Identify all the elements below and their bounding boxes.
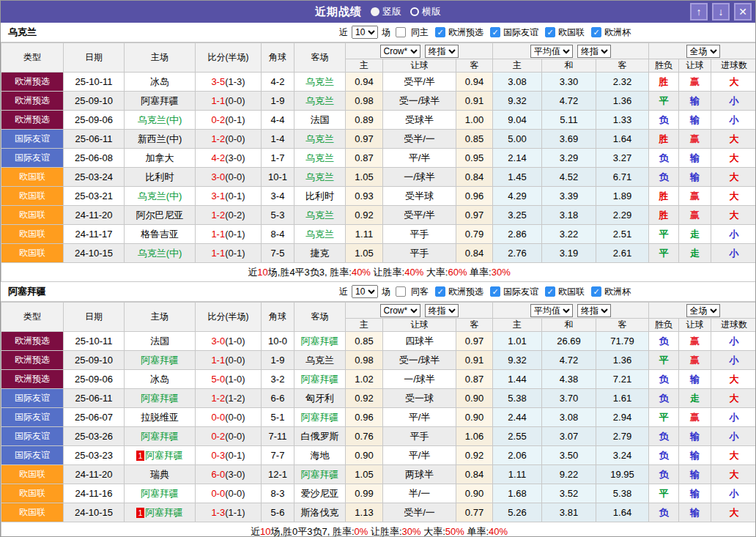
halftime-score: (0-1) (225, 229, 245, 240)
avg-draw-odds: 4.72 (542, 351, 596, 370)
competition-checkbox-euro-cup[interactable]: ✓ (591, 27, 601, 37)
away-odds: 0.97 (456, 332, 493, 351)
radio-unselected-icon[interactable] (410, 7, 419, 16)
home-team-name: 阿塞拜疆 (145, 450, 183, 461)
goals-result: 大 (711, 465, 756, 484)
handicap-line: 平手 (383, 244, 456, 263)
match-row: 欧洲预选25-09-06乌克兰(中)0-2(0-1)4-4法国0.89受球半1.… (1, 111, 756, 130)
avg-draw-odds: 4.38 (542, 370, 596, 389)
away-team-name: 匈牙利 (305, 393, 334, 404)
competition-label[interactable]: 欧洲杯 (604, 26, 631, 39)
handicap-line: 受平/半 (383, 73, 456, 92)
competition-checkbox-euro-qualifiers[interactable]: ✓ (435, 286, 445, 297)
competition-label[interactable]: 欧国联 (558, 286, 585, 298)
average-select[interactable]: 平均值 (530, 45, 573, 58)
competition-checkbox-friendly[interactable]: ✓ (490, 27, 500, 37)
away-odds: 0.87 (456, 370, 493, 389)
competition-checkbox-euro-qualifiers[interactable]: ✓ (435, 27, 445, 37)
avg-draw-odds: 3.30 (542, 73, 596, 92)
halftime-score: (0-1) (225, 190, 245, 201)
competition-type: 欧洲预选 (1, 351, 64, 370)
score: 5-0(1-0) (196, 370, 262, 389)
away-team-name: 乌克兰 (305, 133, 334, 144)
same-venue-label[interactable]: 同主 (411, 26, 429, 39)
scope-select[interactable]: 全场 (686, 45, 720, 58)
summary-text: 近10场,胜0平3负7, 胜率:0% 让胜率:30% 大率:50% 单率:40% (1, 522, 756, 537)
halftime-score: (0-1) (225, 114, 245, 125)
final-odds-select-2[interactable]: 终指 (577, 45, 611, 58)
away-odds: 0.84 (456, 465, 493, 484)
match-count-select[interactable]: 10 (352, 26, 378, 39)
competition-checkbox-nations-league[interactable]: ✓ (545, 27, 555, 37)
summary-segment: 大率: (423, 267, 448, 278)
handicap-line: 四球半 (383, 332, 456, 351)
competition-label[interactable]: 国际友谊 (503, 286, 538, 298)
competition-type: 国际友谊 (1, 389, 64, 408)
home-team: 阿塞拜疆 (125, 351, 196, 370)
goals-result: 小 (711, 244, 756, 263)
move-up-button[interactable]: ↑ (690, 3, 708, 21)
competition-label[interactable]: 欧洲杯 (604, 286, 631, 298)
move-down-button[interactable]: ↓ (712, 3, 730, 21)
summary-segment: 让胜率: (368, 526, 401, 537)
final-odds-select[interactable]: 终指 (425, 304, 459, 317)
page-title: 近期战绩 (315, 5, 362, 19)
goals-result: 大 (711, 130, 756, 149)
same-venue-checkbox[interactable] (396, 27, 406, 37)
home-odds: 0.98 (346, 351, 383, 370)
odds-source-select[interactable]: Crow* (380, 304, 420, 317)
competition-label[interactable]: 欧国联 (558, 26, 585, 39)
horizontal-view-label[interactable]: 横版 (422, 5, 441, 18)
radio-selected-icon[interactable] (371, 7, 379, 16)
away-odds: 0.91 (456, 92, 493, 111)
goals-result: 大 (711, 187, 756, 206)
corners: 5-6 (262, 503, 294, 522)
halftime-score: (1-2) (225, 393, 245, 404)
avg-draw-odds: 3.22 (542, 225, 596, 244)
handicap-result: 输 (679, 427, 711, 446)
competition-label[interactable]: 国际友谊 (503, 26, 538, 39)
subcol-handicap: 让球 (383, 319, 456, 332)
competition-checkbox-nations-league[interactable]: ✓ (545, 286, 555, 297)
scope-select[interactable]: 全场 (686, 304, 720, 317)
view-toggle-horizontal[interactable]: 横版 (410, 5, 441, 18)
match-result: 胜 (649, 187, 679, 206)
summary-segment: 40% (352, 267, 371, 278)
vertical-view-label[interactable]: 竖版 (382, 5, 401, 18)
match-date: 25-03-24 (64, 168, 125, 187)
home-odds: 1.11 (346, 225, 383, 244)
competition-checkbox-friendly[interactable]: ✓ (490, 286, 500, 297)
same-venue-label[interactable]: 同客 (411, 286, 429, 298)
view-toggle-vertical[interactable]: 竖版 (371, 5, 401, 18)
home-team-name: 拉脱维亚 (141, 412, 179, 423)
final-odds-select-2[interactable]: 终指 (577, 304, 611, 317)
summary-segment: 让胜率: (371, 267, 404, 278)
red-card-badge: 1 (136, 451, 144, 461)
odds-source-select[interactable]: Crow* (380, 45, 420, 58)
handicap-result: 输 (679, 168, 711, 187)
fulltime-score: 6-0 (211, 469, 225, 480)
average-select[interactable]: 平均值 (530, 304, 573, 317)
competition-label[interactable]: 欧洲预选 (448, 286, 483, 298)
score: 0-2(0-0) (196, 427, 262, 446)
matches-label: 场 (382, 286, 390, 298)
competition-label[interactable]: 欧洲预选 (448, 26, 483, 39)
team-name: 阿塞拜疆 (8, 285, 46, 298)
away-team: 阿塞拜疆 (294, 465, 346, 484)
home-team: 瑞典 (125, 465, 196, 484)
match-count-select[interactable]: 10 (352, 285, 378, 298)
match-date: 25-03-21 (64, 187, 125, 206)
same-venue-checkbox[interactable] (396, 286, 406, 297)
score: 3-0(1-0) (196, 332, 262, 351)
handicap-line: 半/一 (383, 484, 456, 503)
competition-checkbox-euro-cup[interactable]: ✓ (591, 286, 601, 297)
final-odds-select[interactable]: 终指 (425, 45, 459, 58)
subcol-avg-away: 客 (596, 59, 649, 73)
close-button[interactable]: ✕ (734, 3, 752, 21)
handicap-line: 受球半 (383, 111, 456, 130)
column-header-corners: 角球 (262, 43, 294, 73)
home-team-name: 法国 (150, 336, 169, 347)
goals-result: 小 (711, 484, 756, 503)
avg-home-odds: 2.14 (493, 149, 542, 168)
column-header-score: 比分(半场) (196, 303, 262, 332)
